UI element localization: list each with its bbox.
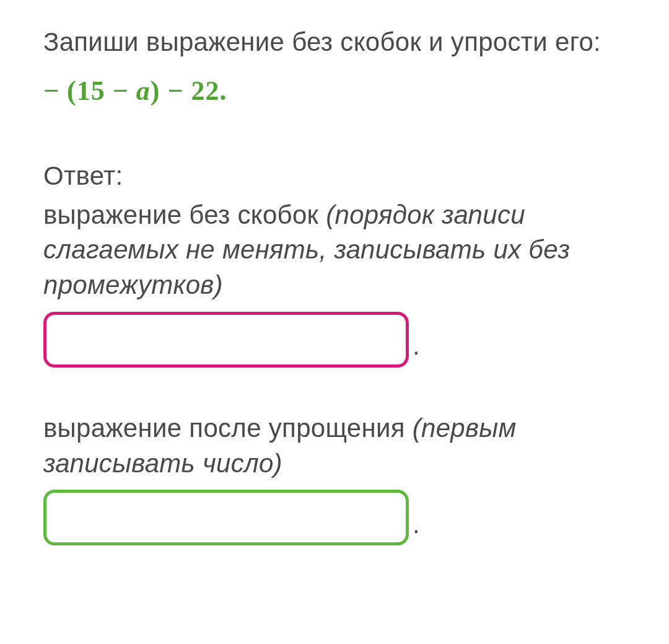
section2-text: выражение после упрощения [43,413,413,443]
expression-no-brackets-input[interactable] [43,312,409,368]
expr-period: . [220,76,227,106]
section2-description: выражение после упрощения (первым записы… [43,411,632,481]
section1-text: выражение без скобок [43,200,326,229]
task-prompt: Запиши выражение без скобок и упрости ег… [43,25,632,60]
expr-variable: a [136,76,151,106]
simplified-expression-input[interactable] [43,490,409,545]
period-1: . [413,329,420,364]
period-2: . [413,507,420,542]
answer-label: Ответ: [43,159,632,194]
math-expression: − (15 − a) − 22. [43,73,632,109]
input-row-2: . [43,490,632,545]
expr-suffix: ) − 22 [151,76,220,106]
section1-description: выражение без скобок (порядок записи сла… [43,198,632,303]
expr-prefix: − (15 − [43,76,136,106]
input-row-1: . [43,312,632,368]
